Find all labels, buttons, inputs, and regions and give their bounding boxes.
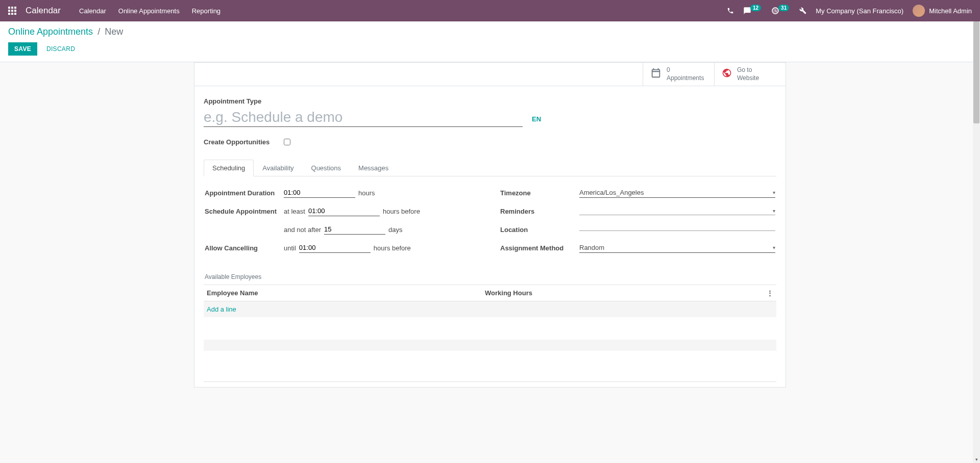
available-employees-title: Available Employees (205, 273, 776, 280)
stat-bar: 0 Appointments Go to Website (194, 63, 786, 86)
timezone-row: Timezone America/Los_Angeles ▾ (500, 186, 775, 200)
stat-appointments-label: Appointments (667, 74, 704, 83)
tabs: Scheduling Availability Questions Messag… (204, 159, 776, 176)
avatar (913, 5, 925, 17)
cancel-prefix: until (284, 244, 296, 252)
location-input[interactable] (579, 228, 775, 231)
schedule-min-input[interactable] (308, 206, 380, 216)
cancel-unit: hours before (374, 244, 411, 252)
breadcrumb-separator: / (97, 27, 100, 37)
tab-questions[interactable]: Questions (303, 160, 350, 176)
location-row: Location (500, 222, 775, 237)
breadcrumb: Online Appointments / New (8, 27, 972, 37)
chevron-down-icon: ▾ (773, 245, 775, 250)
form-sheet: 0 Appointments Go to Website (194, 62, 786, 388)
user-menu[interactable]: Mitchell Admin (913, 5, 972, 17)
assignment-label: Assignment Method (500, 244, 579, 252)
scroll-down-icon[interactable]: ▾ (973, 456, 979, 459)
duration-unit: hours (358, 189, 375, 197)
stat-goto-line1: Go to (737, 66, 759, 74)
chevron-down-icon: ▾ (773, 208, 775, 214)
schedule-max-unit: days (388, 226, 402, 234)
tab-messages[interactable]: Messages (350, 160, 397, 176)
title-input-row: EN (204, 108, 776, 127)
discard-button[interactable]: DISCARD (41, 42, 80, 56)
employees-header: Employee Name Working Hours ⋮ (204, 285, 776, 301)
table-row (204, 351, 776, 381)
content-wrap: 0 Appointments Go to Website (0, 62, 980, 459)
table-menu-icon[interactable]: ⋮ (763, 289, 773, 297)
create-opportunities-label: Create Opportunities (204, 138, 270, 146)
col-working-hours: Working Hours (485, 289, 763, 297)
chevron-down-icon: ▾ (773, 190, 775, 195)
create-opportunities-checkbox[interactable] (284, 139, 290, 145)
assignment-row: Assignment Method Random ▾ (500, 241, 775, 255)
add-line-link[interactable]: Add a line (207, 305, 236, 313)
reminders-select[interactable]: ▾ (579, 207, 775, 215)
nav-link-calendar[interactable]: Calendar (79, 7, 106, 15)
activities-icon[interactable]: 31 (771, 7, 790, 15)
table-row (204, 340, 776, 351)
company-selector[interactable]: My Company (San Francisco) (816, 7, 903, 15)
breadcrumb-parent[interactable]: Online Appointments (8, 27, 93, 37)
employees-body: Add a line (204, 301, 776, 381)
globe-icon (722, 68, 732, 81)
app-brand[interactable]: Calendar (26, 6, 61, 16)
stat-goto-website[interactable]: Go to Website (714, 63, 786, 86)
phone-icon[interactable] (727, 7, 734, 14)
language-button[interactable]: EN (532, 115, 541, 127)
duration-input[interactable] (284, 188, 355, 198)
create-opportunities-row: Create Opportunities (204, 138, 776, 146)
timezone-label: Timezone (500, 189, 579, 197)
stat-goto-line2: Website (737, 74, 759, 83)
col-employee-name: Employee Name (207, 289, 485, 297)
schedule-max-row: and not after days (205, 222, 480, 237)
tab-scheduling[interactable]: Scheduling (204, 160, 254, 176)
cancel-label: Allow Cancelling (205, 244, 284, 252)
breadcrumb-current: New (105, 27, 123, 37)
schedule-min-prefix: at least (284, 208, 305, 215)
control-buttons: SAVE DISCARD (8, 42, 972, 56)
timezone-value: America/Los_Angeles (579, 189, 644, 196)
duration-label: Appointment Duration (205, 189, 284, 197)
duration-row: Appointment Duration hours (205, 186, 480, 200)
stat-appointments-text: 0 Appointments (667, 66, 704, 82)
schedule-max-prefix: and not after (284, 226, 321, 234)
tab-availability[interactable]: Availability (254, 160, 302, 176)
save-button[interactable]: SAVE (8, 42, 37, 56)
reminders-row: Reminders ▾ (500, 204, 775, 218)
schedule-min-row: Schedule Appointment at least hours befo… (205, 204, 480, 218)
tab-content-scheduling: Appointment Duration hours Schedule Appo… (204, 176, 776, 264)
apps-icon[interactable] (8, 7, 16, 15)
schedule-max-input[interactable] (324, 224, 385, 235)
timezone-select[interactable]: America/Los_Angeles ▾ (579, 188, 775, 198)
cancel-input[interactable] (299, 243, 371, 253)
employees-table: Employee Name Working Hours ⋮ Add a line (204, 285, 776, 382)
appointment-type-input[interactable] (204, 108, 523, 127)
control-panel: Online Appointments / New SAVE DISCARD (0, 21, 980, 62)
stat-appointments[interactable]: 0 Appointments (643, 63, 714, 86)
assignment-value: Random (579, 244, 604, 251)
nav-link-reporting[interactable]: Reporting (192, 7, 220, 15)
user-name: Mitchell Admin (929, 7, 972, 15)
assignment-select[interactable]: Random ▾ (579, 243, 775, 253)
scrollbar-thumb[interactable] (973, 21, 979, 123)
calendar-icon (650, 67, 662, 81)
stat-spacer (194, 63, 643, 86)
scrollbar[interactable]: ▴ ▾ (973, 21, 980, 459)
add-line-row: Add a line (204, 301, 776, 317)
debug-icon[interactable] (799, 7, 806, 14)
schedule-label: Schedule Appointment (205, 208, 284, 215)
nav-link-online-appointments[interactable]: Online Appointments (118, 7, 180, 15)
stat-goto-text: Go to Website (737, 66, 759, 82)
messages-badge: 12 (750, 5, 761, 11)
reminders-label: Reminders (500, 208, 579, 215)
messages-icon[interactable]: 12 (743, 7, 762, 15)
nav-links: Calendar Online Appointments Reporting (79, 7, 220, 15)
scheduling-col-left: Appointment Duration hours Schedule Appo… (205, 186, 480, 259)
title-block: Appointment Type EN (204, 97, 776, 127)
scheduling-col-right: Timezone America/Los_Angeles ▾ Reminders (500, 186, 775, 259)
location-label: Location (500, 226, 579, 234)
top-navbar: Calendar Calendar Online Appointments Re… (0, 0, 980, 21)
navbar-left: Calendar Calendar Online Appointments Re… (8, 6, 220, 16)
